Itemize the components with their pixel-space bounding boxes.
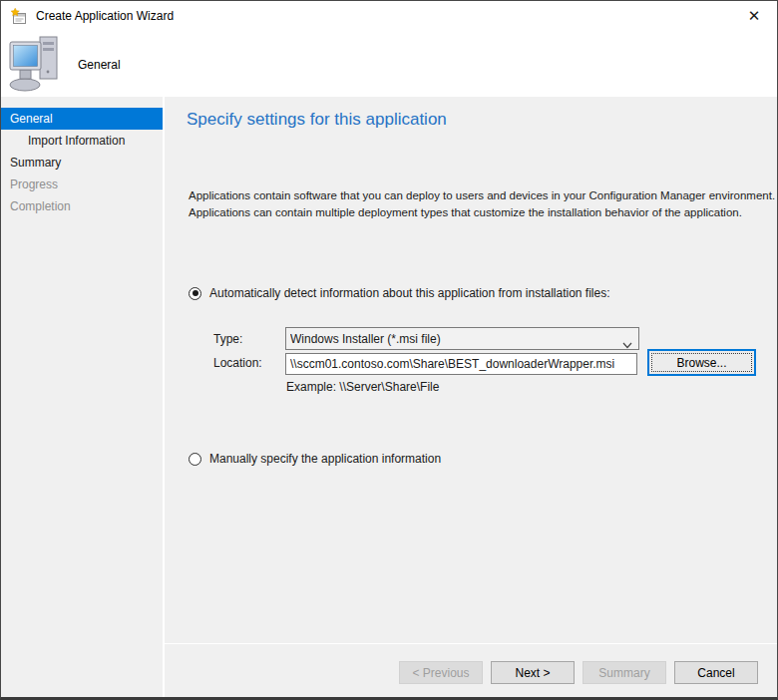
radio-manually-specify-label: Manually specify the application informa… (209, 452, 441, 466)
next-button[interactable]: Next > (491, 661, 575, 684)
create-application-wizard-window: Create Application Wizard ✕ (0, 0, 778, 700)
description-line-2: Applications can contain multiple deploy… (189, 204, 775, 221)
close-icon[interactable]: ✕ (731, 1, 777, 31)
general-page-content: Specify settings for this application Ap… (165, 97, 777, 643)
radio-manually-specify[interactable]: Manually specify the application informa… (189, 452, 441, 466)
title-bar: Create Application Wizard ✕ (1, 1, 777, 31)
location-field-label: Location: (213, 356, 262, 370)
previous-button[interactable]: < Previous (399, 661, 483, 684)
type-field-label: Type: (213, 332, 242, 346)
computer-icon (8, 34, 66, 94)
location-input[interactable] (285, 353, 637, 375)
browse-button[interactable]: Browse... (647, 349, 756, 376)
sidebar-item-import-information[interactable]: Import Information (1, 130, 163, 152)
description-line-1: Applications contain software that you c… (189, 187, 775, 204)
sidebar-item-progress[interactable]: Progress (1, 174, 163, 195)
radio-button-icon (189, 453, 201, 466)
page-description: Applications contain software that you c… (189, 187, 775, 220)
page-heading: Specify settings for this application (187, 110, 447, 130)
radio-automatically-detect[interactable]: Automatically detect information about t… (189, 286, 610, 300)
example-hint-text: Example: \\Server\Share\File (286, 380, 439, 394)
wizard-body: General Import Information Summary Progr… (1, 97, 777, 697)
wizard-button-bar: < Previous Next > Summary Cancel (165, 643, 777, 697)
summary-button[interactable]: Summary (583, 661, 666, 684)
page-title: General (78, 58, 121, 72)
radio-button-icon (189, 287, 201, 300)
wizard-header: General (1, 31, 777, 97)
sidebar-item-general[interactable]: General (1, 108, 163, 130)
type-select[interactable]: Windows Installer (*.msi file) (285, 327, 639, 350)
type-combobox-wrap: Windows Installer (*.msi file) (285, 327, 639, 350)
wizard-step-list: General Import Information Summary Progr… (1, 97, 165, 697)
sidebar-item-completion[interactable]: Completion (1, 195, 163, 217)
window-title: Create Application Wizard (36, 9, 174, 23)
sidebar-item-summary[interactable]: Summary (1, 152, 163, 174)
radio-automatically-detect-label: Automatically detect information about t… (209, 286, 610, 300)
cancel-button[interactable]: Cancel (674, 661, 758, 684)
wizard-app-icon (10, 8, 27, 25)
